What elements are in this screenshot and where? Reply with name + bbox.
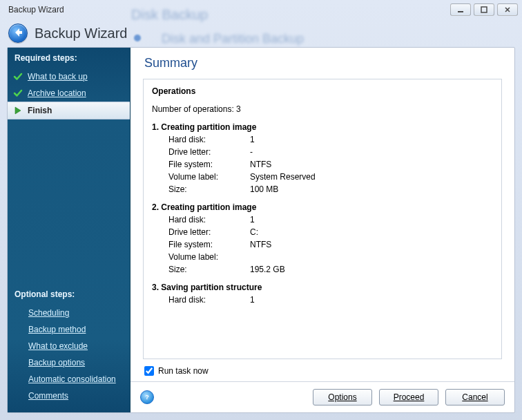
summary-heading: Summary [130, 48, 514, 75]
sidebar-item-label: Scheduling [28, 308, 69, 318]
operation-row: Hard disk:1 [152, 213, 493, 226]
operation-row-value: 100 MB [250, 183, 278, 195]
sidebar-item-required[interactable]: Finish [8, 102, 130, 120]
operation-title: 3. Saving partition structure [152, 281, 493, 294]
operation-row-value: - [250, 146, 253, 158]
sidebar-item-optional[interactable]: Comments [8, 388, 130, 404]
sidebar-item-label: What to exclude [28, 341, 88, 351]
operation-row: File system:NTFS [152, 158, 493, 171]
back-button[interactable] [8, 23, 28, 43]
optional-heading: Optional steps: [8, 284, 130, 305]
operation-row: Size:195.2 GB [152, 263, 493, 276]
cancel-button[interactable]: Cancel [445, 389, 505, 405]
sidebar-item-label: What to back up [28, 72, 88, 82]
operation-row-value: System Reserved [250, 171, 316, 183]
operation-row: Volume label: [152, 251, 493, 263]
proceed-button[interactable]: Proceed [379, 389, 438, 405]
operation-row-label: Hard disk: [168, 133, 250, 146]
operation-row-value: 195.2 GB [250, 263, 285, 276]
sidebar-item-label: Backup method [28, 325, 86, 334]
required-heading: Required steps: [8, 48, 130, 68]
operation-title: 2. Creating partition image [152, 201, 493, 213]
operation-row-label: Volume label: [168, 251, 250, 263]
check-icon [13, 72, 23, 82]
operation-row: Volume label:System Reserved [152, 171, 493, 183]
sidebar-item-required[interactable]: Archive location [8, 85, 130, 102]
options-button[interactable]: Options [313, 389, 372, 405]
sidebar-item-optional[interactable]: What to exclude [8, 338, 130, 354]
operation-row-label: Volume label: [168, 171, 250, 183]
operation-row-label: Size: [168, 263, 250, 276]
run-task-label[interactable]: Run task now [158, 366, 209, 376]
operations-box: Operations Number of operations: 3 1. Cr… [143, 79, 502, 359]
footer: ? Options Proceed Cancel [130, 381, 514, 412]
content-pane: Summary Operations Number of operations:… [130, 48, 514, 412]
arrow-left-icon [12, 27, 23, 40]
sidebar: Required steps: What to back upArchive l… [8, 48, 130, 412]
help-icon: ? [144, 392, 151, 402]
operation-row-label: Hard disk: [168, 294, 250, 306]
sidebar-item-optional[interactable]: Scheduling [8, 305, 130, 321]
header-row: Backup Wizard [0, 19, 522, 47]
operation-row-label: File system: [168, 238, 250, 251]
sidebar-item-optional[interactable]: Automatic consolidation [8, 371, 130, 388]
window-title: Backup Wizard [8, 5, 64, 15]
svg-rect-1 [481, 7, 487, 12]
operation-row-value: 1 [250, 213, 255, 226]
sidebar-item-label: Comments [28, 391, 68, 401]
sidebar-item-optional[interactable]: Backup method [8, 321, 130, 338]
minimize-button[interactable] [450, 3, 471, 16]
num-operations: Number of operations: 3 [152, 103, 493, 115]
titlebar: Backup Wizard [0, 0, 522, 19]
check-icon [13, 88, 23, 98]
sidebar-item-label: Backup options [28, 358, 85, 368]
maximize-button[interactable] [474, 3, 494, 16]
sidebar-item-optional[interactable]: Backup options [8, 354, 130, 371]
operation-row: Drive letter:C: [152, 226, 493, 238]
close-button[interactable] [497, 3, 518, 16]
main-area: Required steps: What to back upArchive l… [7, 47, 515, 413]
operation-row-label: Drive letter: [168, 226, 250, 238]
operation-row-label: Size: [168, 183, 250, 195]
operation-row-value: NTFS [250, 158, 271, 171]
sidebar-item-required[interactable]: What to back up [8, 68, 130, 85]
operations-heading: Operations [152, 85, 493, 97]
operation-row-value: NTFS [250, 238, 271, 251]
operation-row-label: File system: [168, 158, 250, 171]
operation-row-value: 1 [250, 133, 255, 146]
operation-title: 1. Creating partition image [152, 121, 493, 133]
svg-text:?: ? [145, 394, 149, 401]
run-task-checkbox[interactable] [144, 366, 154, 376]
sidebar-item-label: Finish [28, 106, 52, 115]
operation-row: Size:100 MB [152, 183, 493, 195]
sidebar-item-label: Automatic consolidation [28, 374, 116, 384]
svg-marker-2 [15, 107, 21, 114]
page-title: Backup Wizard [35, 26, 128, 41]
help-button[interactable]: ? [140, 390, 154, 404]
sidebar-item-label: Archive location [28, 88, 86, 98]
window-buttons [450, 3, 518, 16]
svg-rect-0 [458, 11, 463, 12]
operation-row: File system:NTFS [152, 238, 493, 251]
operation-row-label: Drive letter: [168, 146, 250, 158]
operation-row-value: 1 [250, 294, 255, 306]
operation-row: Hard disk:1 [152, 133, 493, 146]
operation-row: Hard disk:1 [152, 294, 493, 306]
operation-row: Drive letter:- [152, 146, 493, 158]
run-task-row: Run task now [130, 366, 514, 381]
arrow-right-icon [13, 106, 23, 115]
operation-row-value: C: [250, 226, 258, 238]
operation-row-label: Hard disk: [168, 213, 250, 226]
